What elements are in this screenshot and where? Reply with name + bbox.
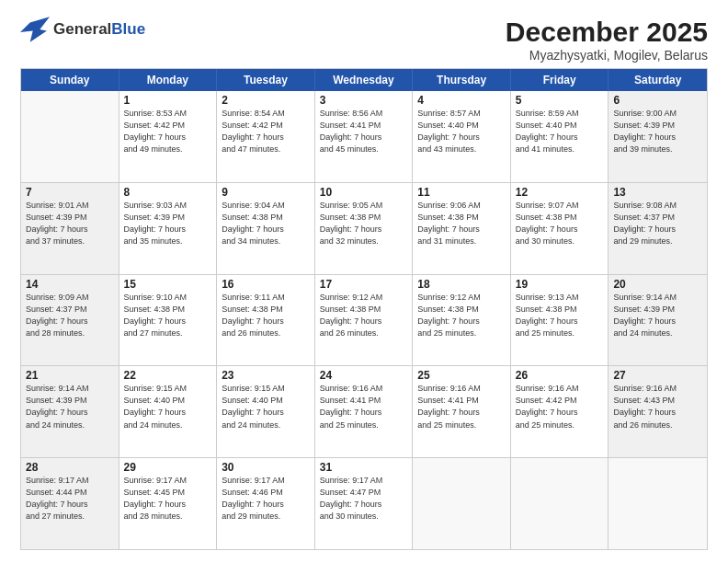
day-info: Sunrise: 8:53 AM Sunset: 4:42 PM Dayligh…	[124, 108, 212, 155]
day-number: 27	[613, 369, 702, 382]
calendar-cell: 19Sunrise: 9:13 AM Sunset: 4:38 PM Dayli…	[511, 275, 609, 366]
calendar-cell	[609, 458, 707, 549]
calendar-cell: 10Sunrise: 9:05 AM Sunset: 4:38 PM Dayli…	[315, 183, 414, 274]
day-number: 1	[124, 94, 212, 107]
calendar-cell: 1Sunrise: 8:53 AM Sunset: 4:42 PM Daylig…	[119, 91, 218, 182]
day-number: 4	[417, 94, 506, 107]
calendar-cell: 11Sunrise: 9:06 AM Sunset: 4:38 PM Dayli…	[413, 183, 511, 274]
day-number: 16	[222, 278, 310, 291]
day-info: Sunrise: 9:10 AM Sunset: 4:38 PM Dayligh…	[124, 292, 212, 339]
day-number: 5	[516, 94, 604, 107]
svg-marker-0	[20, 17, 50, 41]
day-info: Sunrise: 9:12 AM Sunset: 4:38 PM Dayligh…	[417, 292, 506, 339]
calendar-header: SundayMondayTuesdayWednesdayThursdayFrid…	[21, 69, 707, 91]
day-info: Sunrise: 9:17 AM Sunset: 4:44 PM Dayligh…	[26, 475, 114, 523]
page: GeneralBlue December 2025 Myazhysyatki, …	[0, 0, 728, 563]
day-number: 12	[516, 186, 604, 199]
weekday-header-tuesday: Tuesday	[217, 69, 315, 91]
title-area: December 2025 Myazhysyatki, Mogilev, Bel…	[506, 17, 708, 63]
day-number: 8	[124, 186, 212, 199]
calendar-cell: 9Sunrise: 9:04 AM Sunset: 4:38 PM Daylig…	[217, 183, 315, 274]
day-info: Sunrise: 9:13 AM Sunset: 4:38 PM Dayligh…	[516, 292, 604, 339]
calendar-cell: 26Sunrise: 9:16 AM Sunset: 4:42 PM Dayli…	[511, 366, 609, 457]
day-info: Sunrise: 8:59 AM Sunset: 4:40 PM Dayligh…	[516, 108, 604, 155]
day-number: 2	[222, 94, 310, 107]
calendar-cell: 29Sunrise: 9:17 AM Sunset: 4:45 PM Dayli…	[119, 458, 218, 549]
calendar-cell: 22Sunrise: 9:15 AM Sunset: 4:40 PM Dayli…	[119, 366, 218, 457]
logo-blue: Blue	[111, 20, 145, 38]
calendar-cell: 8Sunrise: 9:03 AM Sunset: 4:39 PM Daylig…	[119, 183, 218, 274]
calendar-cell	[511, 458, 609, 549]
day-number: 15	[124, 278, 212, 291]
day-number: 28	[26, 461, 114, 474]
day-info: Sunrise: 9:17 AM Sunset: 4:47 PM Dayligh…	[320, 475, 408, 523]
day-number: 14	[26, 278, 114, 291]
logo-icon	[20, 17, 50, 42]
calendar-cell: 23Sunrise: 9:15 AM Sunset: 4:40 PM Dayli…	[217, 366, 315, 457]
calendar-cell: 17Sunrise: 9:12 AM Sunset: 4:38 PM Dayli…	[315, 275, 414, 366]
day-number: 21	[26, 369, 114, 382]
day-number: 31	[320, 461, 408, 474]
calendar-cell: 24Sunrise: 9:16 AM Sunset: 4:41 PM Dayli…	[315, 366, 414, 457]
calendar-row-0: 1Sunrise: 8:53 AM Sunset: 4:42 PM Daylig…	[21, 91, 707, 182]
weekday-header-saturday: Saturday	[609, 69, 707, 91]
day-info: Sunrise: 9:14 AM Sunset: 4:39 PM Dayligh…	[26, 383, 114, 431]
day-info: Sunrise: 8:57 AM Sunset: 4:40 PM Dayligh…	[417, 108, 506, 155]
day-info: Sunrise: 9:17 AM Sunset: 4:46 PM Dayligh…	[222, 475, 310, 523]
day-info: Sunrise: 9:15 AM Sunset: 4:40 PM Dayligh…	[222, 383, 310, 431]
calendar-row-2: 14Sunrise: 9:09 AM Sunset: 4:37 PM Dayli…	[21, 274, 707, 366]
calendar-cell: 21Sunrise: 9:14 AM Sunset: 4:39 PM Dayli…	[21, 366, 119, 457]
calendar-cell: 28Sunrise: 9:17 AM Sunset: 4:44 PM Dayli…	[21, 458, 119, 549]
weekday-header-sunday: Sunday	[21, 69, 119, 91]
weekday-header-friday: Friday	[511, 69, 609, 91]
day-info: Sunrise: 8:56 AM Sunset: 4:41 PM Dayligh…	[320, 108, 408, 155]
weekday-header-thursday: Thursday	[413, 69, 511, 91]
day-info: Sunrise: 9:04 AM Sunset: 4:38 PM Dayligh…	[222, 200, 310, 247]
day-number: 7	[26, 186, 114, 199]
day-number: 18	[417, 278, 506, 291]
day-number: 17	[320, 278, 408, 291]
calendar-cell: 5Sunrise: 8:59 AM Sunset: 4:40 PM Daylig…	[511, 91, 609, 182]
day-number: 22	[124, 369, 212, 382]
day-info: Sunrise: 9:09 AM Sunset: 4:37 PM Dayligh…	[26, 292, 114, 339]
day-number: 29	[124, 461, 212, 474]
location: Myazhysyatki, Mogilev, Belarus	[506, 48, 708, 63]
logo-general: General	[53, 20, 111, 38]
day-info: Sunrise: 9:16 AM Sunset: 4:42 PM Dayligh…	[516, 383, 604, 431]
calendar-cell: 3Sunrise: 8:56 AM Sunset: 4:41 PM Daylig…	[315, 91, 414, 182]
calendar-cell: 2Sunrise: 8:54 AM Sunset: 4:42 PM Daylig…	[217, 91, 315, 182]
day-info: Sunrise: 9:16 AM Sunset: 4:41 PM Dayligh…	[320, 383, 408, 431]
weekday-header-monday: Monday	[119, 69, 218, 91]
day-info: Sunrise: 9:06 AM Sunset: 4:38 PM Dayligh…	[417, 200, 506, 247]
day-info: Sunrise: 9:05 AM Sunset: 4:38 PM Dayligh…	[320, 200, 408, 247]
day-number: 23	[222, 369, 310, 382]
calendar-cell	[413, 458, 511, 549]
calendar-cell: 14Sunrise: 9:09 AM Sunset: 4:37 PM Dayli…	[21, 275, 119, 366]
day-info: Sunrise: 9:16 AM Sunset: 4:41 PM Dayligh…	[417, 383, 506, 431]
day-number: 13	[613, 186, 702, 199]
calendar-cell: 12Sunrise: 9:07 AM Sunset: 4:38 PM Dayli…	[511, 183, 609, 274]
calendar-cell: 31Sunrise: 9:17 AM Sunset: 4:47 PM Dayli…	[315, 458, 414, 549]
day-info: Sunrise: 9:15 AM Sunset: 4:40 PM Dayligh…	[124, 383, 212, 431]
calendar-row-4: 28Sunrise: 9:17 AM Sunset: 4:44 PM Dayli…	[21, 457, 707, 549]
calendar-row-3: 21Sunrise: 9:14 AM Sunset: 4:39 PM Dayli…	[21, 365, 707, 457]
day-number: 26	[516, 369, 604, 382]
day-info: Sunrise: 9:00 AM Sunset: 4:39 PM Dayligh…	[613, 108, 702, 155]
calendar-cell: 30Sunrise: 9:17 AM Sunset: 4:46 PM Dayli…	[217, 458, 315, 549]
day-number: 25	[417, 369, 506, 382]
calendar-cell: 15Sunrise: 9:10 AM Sunset: 4:38 PM Dayli…	[119, 275, 218, 366]
day-number: 24	[320, 369, 408, 382]
day-number: 19	[516, 278, 604, 291]
calendar: SundayMondayTuesdayWednesdayThursdayFrid…	[20, 68, 708, 550]
header: GeneralBlue December 2025 Myazhysyatki, …	[20, 17, 708, 63]
day-number: 20	[613, 278, 702, 291]
day-number: 3	[320, 94, 408, 107]
day-info: Sunrise: 9:17 AM Sunset: 4:45 PM Dayligh…	[124, 475, 212, 523]
calendar-cell	[21, 91, 119, 182]
day-number: 11	[417, 186, 506, 199]
day-info: Sunrise: 9:07 AM Sunset: 4:38 PM Dayligh…	[516, 200, 604, 247]
day-info: Sunrise: 9:11 AM Sunset: 4:38 PM Dayligh…	[222, 292, 310, 339]
weekday-header-wednesday: Wednesday	[315, 69, 414, 91]
day-info: Sunrise: 9:16 AM Sunset: 4:43 PM Dayligh…	[613, 383, 702, 431]
day-number: 30	[222, 461, 310, 474]
